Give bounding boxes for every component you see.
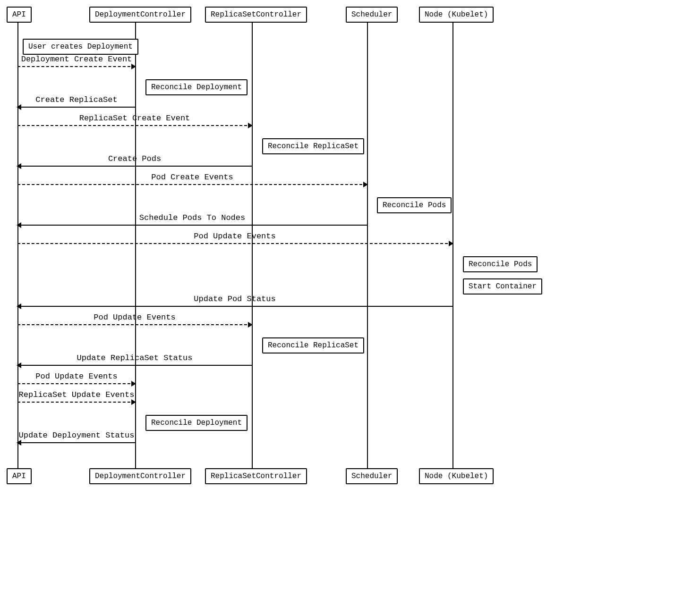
- msg-replicaset-update-events: [17, 402, 135, 403]
- participant-label: API: [12, 472, 26, 480]
- participant-label: ReplicaSetController: [211, 472, 301, 480]
- msg-replicaset-create-event: [17, 125, 252, 126]
- participant-node-top: Node (Kubelet): [419, 7, 494, 23]
- msg-label: ReplicaSet Update Events: [19, 390, 135, 400]
- arrowhead-left-icon: [17, 104, 21, 110]
- participant-dc-top: DeploymentController: [89, 7, 191, 23]
- msg-label: ReplicaSet Create Event: [79, 114, 190, 124]
- arrowhead-right-icon: [248, 123, 253, 128]
- arrowhead-left-icon: [17, 163, 21, 169]
- arrowhead-right-icon: [131, 64, 136, 69]
- note-label: Reconcile ReplicaSet: [268, 341, 359, 350]
- msg-pod-update-events-node: [17, 243, 452, 244]
- note-reconcile-replicaset-1: Reconcile ReplicaSet: [262, 138, 364, 154]
- msg-deployment-create-event: [17, 66, 135, 67]
- participant-label: Scheduler: [351, 472, 392, 480]
- msg-label: Update ReplicaSet Status: [77, 354, 193, 363]
- note-label: Reconcile Pods: [469, 260, 532, 269]
- msg-label: Pod Update Events: [94, 313, 175, 323]
- arrowhead-right-icon: [131, 381, 136, 387]
- msg-update-deployment-status: [17, 442, 135, 443]
- arrowhead-right-icon: [363, 182, 368, 187]
- note-reconcile-pods-sched: Reconcile Pods: [377, 197, 452, 213]
- participant-label: Scheduler: [351, 10, 392, 19]
- note-label: Start Container: [469, 282, 537, 291]
- note-reconcile-deployment-2: Reconcile Deployment: [145, 415, 248, 431]
- note-reconcile-deployment-1: Reconcile Deployment: [145, 79, 248, 95]
- participant-label: ReplicaSetController: [211, 10, 301, 19]
- msg-update-pod-status: [17, 306, 452, 307]
- arrowhead-left-icon: [17, 222, 21, 228]
- note-label: Reconcile Deployment: [151, 419, 242, 427]
- note-label: Reconcile Pods: [383, 201, 446, 210]
- msg-label: Schedule Pods To Nodes: [139, 213, 245, 223]
- msg-create-pods: [17, 166, 252, 167]
- msg-label: Update Pod Status: [194, 295, 275, 304]
- arrowhead-left-icon: [17, 362, 21, 368]
- note-reconcile-pods-node: Reconcile Pods: [463, 256, 538, 272]
- msg-label: Create ReplicaSet: [35, 95, 117, 105]
- note-start-container: Start Container: [463, 278, 542, 295]
- participant-api-bottom: API: [7, 468, 32, 484]
- note-reconcile-replicaset-2: Reconcile ReplicaSet: [262, 337, 364, 354]
- msg-update-replicaset-status: [17, 365, 252, 366]
- participant-label: DeploymentController: [95, 10, 186, 19]
- note-user-creates-deployment: User creates Deployment: [23, 39, 138, 55]
- arrowhead-left-icon: [17, 303, 21, 309]
- participant-label: Node (Kubelet): [425, 10, 488, 19]
- msg-pod-create-events: [17, 184, 367, 185]
- msg-label: Pod Create Events: [151, 173, 233, 183]
- participant-sched-bottom: Scheduler: [346, 468, 398, 484]
- participant-label: Node (Kubelet): [425, 472, 488, 480]
- note-label: Reconcile ReplicaSet: [268, 142, 359, 151]
- msg-pod-update-events-rsc: [17, 324, 252, 325]
- participant-dc-bottom: DeploymentController: [89, 468, 191, 484]
- msg-label: Create Pods: [108, 154, 161, 164]
- msg-create-replicaset: [17, 107, 135, 108]
- msg-schedule-pods-to-nodes: [17, 225, 367, 226]
- msg-pod-update-events-dc: [17, 383, 135, 384]
- msg-label: Update Deployment Status: [19, 431, 135, 441]
- participant-node-bottom: Node (Kubelet): [419, 468, 494, 484]
- participant-label: API: [12, 10, 26, 19]
- sequence-diagram: API DeploymentController ReplicaSetContr…: [0, 0, 700, 606]
- participant-label: DeploymentController: [95, 472, 186, 480]
- msg-label: Pod Update Events: [35, 372, 117, 382]
- note-label: Reconcile Deployment: [151, 83, 242, 92]
- participant-rsc-top: ReplicaSetController: [205, 7, 307, 23]
- participant-sched-top: Scheduler: [346, 7, 398, 23]
- arrowhead-right-icon: [248, 322, 253, 328]
- participant-rsc-bottom: ReplicaSetController: [205, 468, 307, 484]
- participant-api-top: API: [7, 7, 32, 23]
- arrowhead-right-icon: [449, 241, 453, 246]
- note-label: User creates Deployment: [28, 42, 133, 51]
- msg-label: Deployment Create Event: [21, 55, 132, 65]
- msg-label: Pod Update Events: [194, 232, 275, 242]
